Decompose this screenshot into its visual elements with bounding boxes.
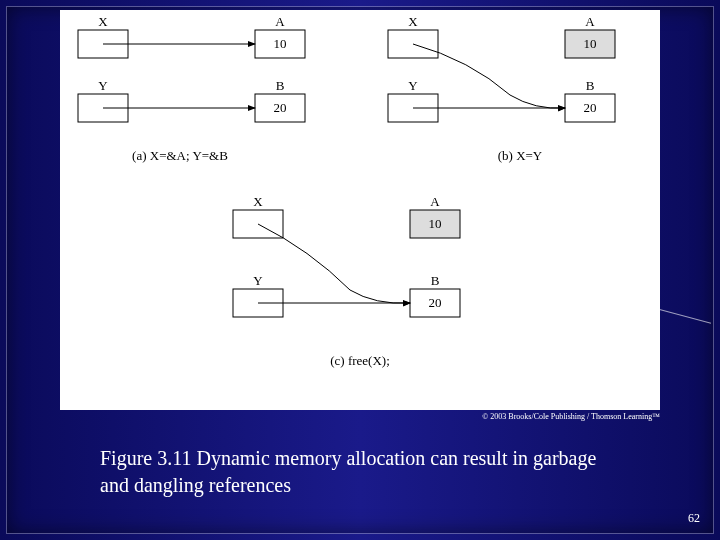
label-b-Y: Y bbox=[408, 78, 418, 93]
label-b-X: X bbox=[408, 14, 418, 29]
copyright-text: © 2003 Brooks/Cole Publishing / Thomson … bbox=[60, 412, 660, 421]
caption-a: (a) X=&A; Y=&B bbox=[132, 148, 228, 163]
value-c-A: 10 bbox=[429, 216, 442, 231]
label-c-B: B bbox=[431, 273, 440, 288]
page-number: 62 bbox=[688, 511, 700, 526]
figure-caption: Figure 3.11 Dynamic memory allocation ca… bbox=[100, 445, 600, 499]
value-b-B: 20 bbox=[584, 100, 597, 115]
label-c-A: A bbox=[430, 194, 440, 209]
label-a-A: A bbox=[275, 14, 285, 29]
label-a-Y: Y bbox=[98, 78, 108, 93]
label-a-B: B bbox=[276, 78, 285, 93]
caption-c: (c) free(X); bbox=[330, 353, 390, 368]
value-c-B: 20 bbox=[429, 295, 442, 310]
panel-c: X A 10 Y B 20 (c) free(X); bbox=[233, 194, 460, 368]
caption-b: (b) X=Y bbox=[498, 148, 543, 163]
value-a-A: 10 bbox=[274, 36, 287, 51]
value-a-B: 20 bbox=[274, 100, 287, 115]
value-b-A: 10 bbox=[584, 36, 597, 51]
label-c-Y: Y bbox=[253, 273, 263, 288]
label-b-A: A bbox=[585, 14, 595, 29]
figure-area: X A 10 Y B 20 (a) X=&A; Y=&B X A 10 Y B … bbox=[60, 10, 660, 410]
panel-a: X A 10 Y B 20 (a) X=&A; Y=&B bbox=[78, 14, 305, 163]
label-a-X: X bbox=[98, 14, 108, 29]
label-c-X: X bbox=[253, 194, 263, 209]
label-b-B: B bbox=[586, 78, 595, 93]
figure-svg: X A 10 Y B 20 (a) X=&A; Y=&B X A 10 Y B … bbox=[60, 10, 660, 410]
panel-b: X A 10 Y B 20 (b) X=Y bbox=[388, 14, 615, 163]
